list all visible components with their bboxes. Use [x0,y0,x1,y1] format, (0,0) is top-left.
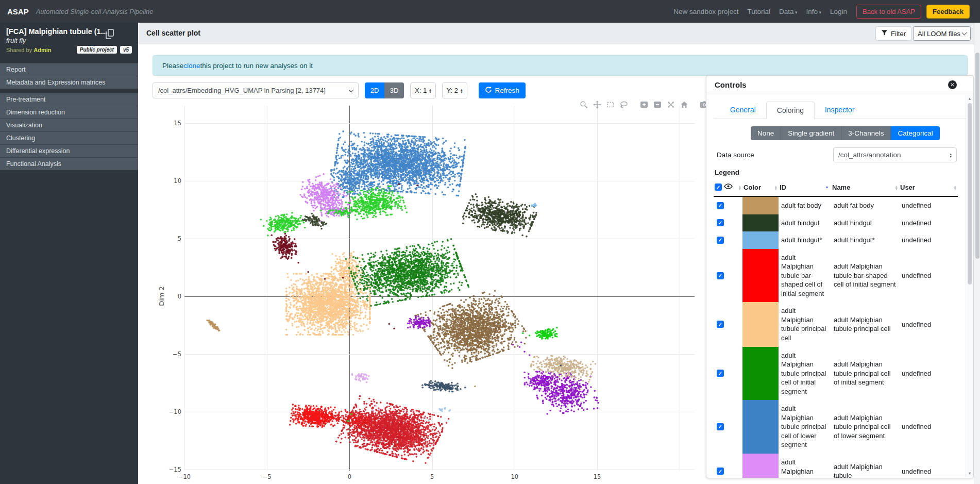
plot-toolbar: /col_attrs/Embedding_HVG_UMAP in Parsing… [153,82,526,98]
x-tick-label: −5 [257,473,277,480]
color-mode-categorical[interactable]: Categorical [891,126,939,140]
legend-row: ✓adult Malpighian tubule principal cella… [714,302,958,346]
nav-link-new-sandbox-project[interactable]: New sandbox project [673,8,738,15]
scroll-down-icon[interactable]: ▼ [966,471,973,476]
stepper-arrows-icon: ▴▾ [429,88,431,93]
row-checkbox[interactable]: ✓ [717,219,724,226]
column-header-user[interactable]: User▲▼ [899,180,958,196]
page-scrollbar-thumb[interactable] [975,53,979,259]
row-checkbox[interactable]: ✓ [717,370,724,377]
plot-modebar [578,100,723,109]
legend-name: adult Malpighian tubule bar-shaped cell … [831,249,899,303]
copy-icon[interactable] [105,29,114,41]
x-axis-stepper[interactable]: X: 1 ▴▾ [410,82,436,98]
tab-coloring[interactable]: Coloring [766,102,815,119]
row-checkbox[interactable]: ✓ [717,237,724,244]
legend-id: adult hindgut [779,214,831,232]
nav-link-tutorial[interactable]: Tutorial [747,8,770,15]
controls-tabs: GeneralColoringInspector [714,102,966,119]
filter-button[interactable]: Filter [875,26,911,41]
controls-panel: Controls ✕ GeneralColoringInspector None… [706,75,974,478]
dim-2d-button[interactable]: 2D [365,82,384,98]
close-icon[interactable]: ✕ [948,80,957,89]
sort-icon[interactable]: ▲▼ [895,185,898,190]
row-checkbox[interactable]: ✓ [717,423,724,430]
refresh-button[interactable]: Refresh [479,82,526,98]
sort-icon[interactable]: ▲▼ [738,185,741,190]
y-tick-label: 0 [165,293,181,300]
shared-by-label: Shared by Admin [6,47,51,53]
sidebar-item-functional-analysis[interactable]: Functional Analysis [0,157,138,170]
legend-user: undefined [899,454,958,478]
color-mode-none[interactable]: None [751,126,781,140]
legend-user: undefined [899,231,958,249]
zoom-out-icon[interactable] [652,100,663,109]
y-tick-label: −10 [165,408,181,415]
box-select-icon[interactable] [605,100,616,109]
nav-link-login[interactable]: Login [830,8,847,15]
legend-name: adult Malpighian tubule principal cell o… [831,347,899,400]
nav-link-data[interactable]: Data ▾ [779,8,798,15]
y-axis-title: Dim 2 [158,286,165,306]
back-to-old-asap-button[interactable]: Back to old ASAP [856,5,921,19]
row-checkbox[interactable]: ✓ [717,321,724,328]
scroll-up-icon[interactable]: ▲ [966,96,973,101]
select-arrows-icon: ▴▾ [950,153,952,158]
color-swatch [742,249,779,303]
embedding-select[interactable]: /col_attrs/Embedding_HVG_UMAP in Parsing… [153,82,359,98]
legend-user: undefined [899,347,958,400]
caret-down-icon: ▾ [818,10,821,15]
color-swatch [742,214,779,232]
column-header-id[interactable]: ID▲ [779,180,831,196]
y-tick-label: −5 [165,351,181,358]
row-checkbox[interactable]: ✓ [717,468,724,475]
x-tick-label: 0 [339,473,360,480]
legend-row: ✓adult fat bodyadult fat bodyundefined [714,196,958,214]
color-mode-3-channels[interactable]: 3-Channels [841,126,891,140]
row-checkbox[interactable]: ✓ [717,272,724,279]
sort-icon[interactable]: ▲▼ [954,185,957,190]
sidebar-item-report[interactable]: Report [0,63,138,76]
controls-panel-title: Controls [715,80,747,89]
legend-name: adult hindgut [831,214,899,232]
zoom-icon[interactable] [578,100,589,109]
pan-icon[interactable] [592,100,602,109]
sort-icon[interactable]: ▲▼ [774,185,778,190]
loom-files-select[interactable]: All LOOM files [913,26,971,41]
page-scrollbar[interactable] [974,23,980,484]
column-header-color[interactable]: Color▲▼ [742,180,779,196]
lasso-select-icon[interactable] [618,100,629,109]
zoom-in-icon[interactable] [638,100,649,109]
clone-link[interactable]: clone [183,62,200,70]
sidebar-item-dimension-reduction[interactable]: Dimension reduction [0,106,138,119]
panel-scrollbar[interactable]: ▲ ▼ [966,95,973,477]
autoscale-icon[interactable] [665,100,676,109]
sidebar-item-clustering[interactable]: Clustering [0,131,138,144]
navbar-buttons: Back to old ASAP Feedback [856,5,970,19]
tab-general[interactable]: General [720,102,766,119]
content-header: Cell scatter plot Filter All LOOM files [138,23,980,44]
data-source-select[interactable]: /col_attrs/annotation ▴▾ [833,147,957,162]
feedback-button[interactable]: Feedback [926,5,970,19]
legend-table: ✓▲▼Color▲▼ID▲Name▲▼User▲▼ ✓adult fat bod… [714,180,958,478]
nav-link-info[interactable]: Info ▾ [806,8,822,15]
select-all-checkbox[interactable]: ✓ [715,183,722,191]
y-axis-stepper[interactable]: Y: 2 ▴▾ [442,82,467,98]
home-icon[interactable] [679,100,689,109]
sidebar-item-metadata-and-expression-matrices[interactable]: Metadata and Expression matrices [0,76,138,89]
sidebar-item-differential-expression[interactable]: Differential expression [0,144,138,157]
row-checkbox[interactable]: ✓ [717,202,724,209]
x-tick-label: 10 [504,473,525,480]
eye-icon[interactable] [724,183,733,191]
sidebar-item-pre-treatment[interactable]: Pre-treatment [0,93,138,106]
y-tick-label: 15 [165,120,181,127]
column-header-name[interactable]: Name▲▼ [831,180,899,196]
sidebar-item-visualization[interactable]: Visualization [0,119,138,131]
dim-3d-button[interactable]: 3D [384,82,404,98]
panel-scrollbar-thumb[interactable] [968,103,972,285]
scatter-canvas[interactable] [184,106,695,471]
color-mode-single-gradient[interactable]: Single gradient [781,126,841,140]
tab-inspector[interactable]: Inspector [815,102,865,119]
legend-id: adult Malpighian tubule principal cell o… [779,347,831,400]
y-tick-label: 10 [165,177,181,185]
